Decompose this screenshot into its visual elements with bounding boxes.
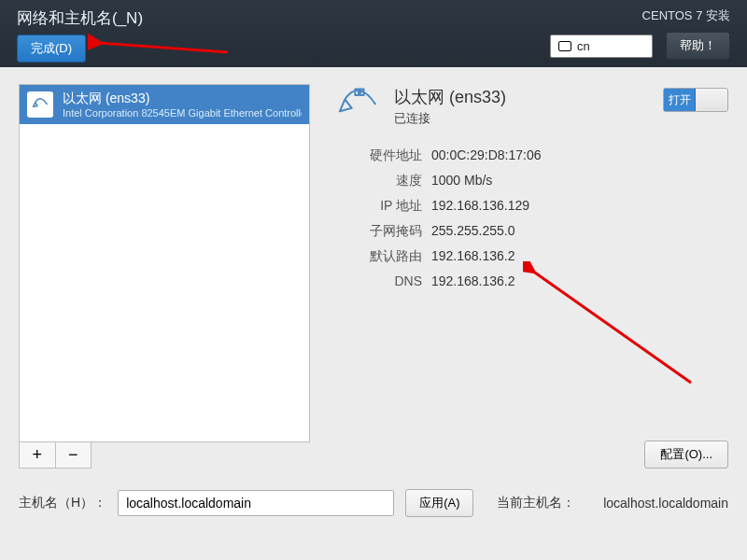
connection-toggle[interactable]: 打开 — [663, 88, 728, 112]
apply-hostname-button[interactable]: 应用(A) — [405, 489, 473, 517]
gateway-value: 192.168.136.2 — [431, 248, 728, 265]
remove-interface-button[interactable]: − — [56, 442, 92, 468]
speed-value: 1000 Mb/s — [431, 173, 728, 189]
interface-item[interactable]: 以太网 (ens33) Intel Corporation 82545EM Gi… — [20, 85, 309, 124]
ethernet-icon — [27, 91, 53, 118]
dns-value: 192.168.136.2 — [431, 273, 728, 288]
ethernet-large-icon — [338, 84, 379, 129]
keyboard-icon — [558, 41, 571, 51]
page-title: 网络和主机名(_N) — [17, 7, 143, 29]
interface-name: 以太网 (ens33) — [63, 91, 302, 107]
detail-grid: 硬件地址 00:0C:29:D8:17:06 速度 1000 Mb/s IP 地… — [344, 147, 728, 288]
gateway-label: 默认路由 — [344, 248, 422, 265]
header-bar: 网络和主机名(_N) 完成(D) CENTOS 7 安装 cn 帮助！ — [0, 0, 747, 67]
subnet-mask-value: 255.255.255.0 — [431, 223, 728, 240]
add-interface-button[interactable]: + — [20, 442, 56, 468]
dns-label: DNS — [344, 273, 422, 288]
ip-address-value: 192.168.136.129 — [431, 198, 728, 215]
ip-address-label: IP 地址 — [344, 198, 422, 215]
hw-address-value: 00:0C:29:D8:17:06 — [431, 147, 728, 164]
detail-status: 已连接 — [394, 110, 506, 127]
detail-title: 以太网 (ens33) — [394, 86, 506, 108]
interface-subtitle: Intel Corporation 82545EM Gigabit Ethern… — [63, 107, 302, 119]
hostname-input[interactable] — [118, 490, 394, 516]
current-hostname-value: localhost.localdomain — [603, 496, 728, 511]
hostname-label: 主机名（H）： — [19, 495, 106, 511]
done-button[interactable]: 完成(D) — [17, 35, 86, 63]
interface-list: 以太网 (ens33) Intel Corporation 82545EM Gi… — [19, 84, 310, 442]
hw-address-label: 硬件地址 — [344, 147, 422, 164]
configure-button[interactable]: 配置(O)... — [644, 441, 728, 469]
installer-title: CENTOS 7 安装 — [642, 7, 730, 24]
keyboard-layout-label: cn — [577, 39, 590, 53]
subnet-mask-label: 子网掩码 — [344, 223, 422, 240]
toggle-on-label: 打开 — [664, 89, 696, 111]
current-hostname-label: 当前主机名： — [497, 495, 575, 511]
keyboard-layout-selector[interactable]: cn — [550, 35, 653, 58]
speed-label: 速度 — [344, 173, 422, 189]
help-button[interactable]: 帮助！ — [666, 32, 730, 60]
